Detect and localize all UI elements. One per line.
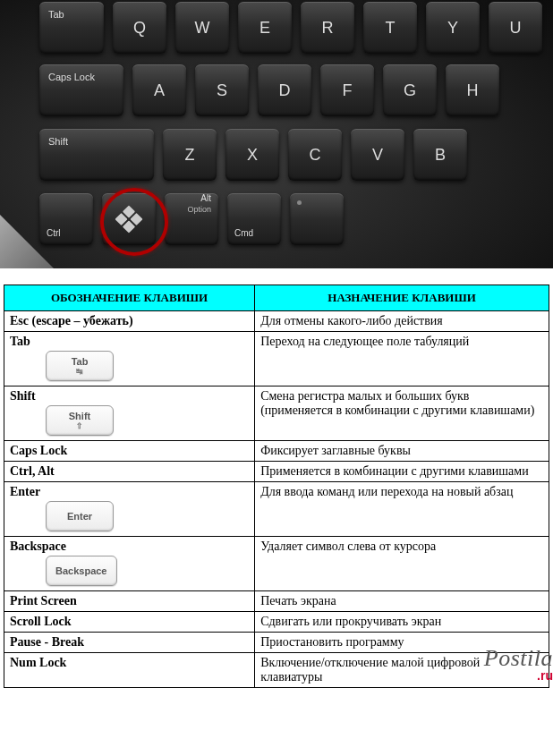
- key-name: Pause - Break: [10, 635, 249, 650]
- table-row: ShiftShift⇧Смена регистра малых и больши…: [4, 386, 549, 441]
- keycap-sublabel: ⇧: [76, 422, 83, 430]
- table-row: EnterEnterДля ввода команд или перехода …: [4, 482, 549, 537]
- bump-dot-icon: [297, 200, 302, 205]
- key-u: U: [489, 2, 542, 54]
- table-row: BackspaceBackspaceУдаляет символ слева о…: [4, 537, 549, 591]
- key-name: Print Screen: [10, 594, 249, 608]
- key-name: Backspace: [10, 539, 249, 554]
- table-row: Caps LockФиксирует заглавные буквы: [4, 441, 549, 462]
- keyboard-deck: Tab Q W E R T Y U Caps Lock A S D F G H …: [0, 0, 553, 268]
- keyboard-photo: Tab Q W E R T Y U Caps Lock A S D F G H …: [0, 0, 553, 268]
- key-t: T: [363, 2, 417, 54]
- keycap-illustration: Shift⇧: [46, 405, 114, 436]
- key-cell: Num Lock: [4, 653, 255, 688]
- key-f: F: [320, 64, 374, 116]
- key-cell: Scroll Lock: [4, 612, 255, 633]
- keycap-label: Backspace: [55, 565, 107, 576]
- header-desc-column: НАЗНАЧЕНИЕ КЛАВИШИ: [255, 285, 549, 311]
- key-cell: Print Screen: [4, 591, 255, 612]
- desc-cell: Печать экрана: [255, 591, 549, 612]
- table-row: Scroll LockСдвигать или прокручивать экр…: [4, 612, 549, 633]
- desc-cell: Переход на следующее поле табуляций: [255, 332, 549, 386]
- key-option-label: Option: [187, 205, 211, 214]
- key-r: R: [301, 2, 354, 54]
- key-tab: Tab: [39, 2, 104, 54]
- desc-cell: Удаляет символ слева от курсора: [255, 537, 549, 591]
- desc-cell: Смена регистра малых и больших букв (при…: [255, 386, 549, 441]
- keycap-illustration: Tab↹: [46, 351, 114, 381]
- key-v: V: [351, 129, 404, 181]
- key-name: Num Lock: [10, 656, 249, 670]
- key-ctrl: Ctrl: [39, 193, 93, 245]
- key-z: Z: [163, 129, 217, 181]
- key-d: D: [258, 64, 311, 116]
- keycap-illustration: Enter: [46, 501, 114, 531]
- desc-cell: Применяется в комбинации с другими клави…: [255, 462, 549, 482]
- key-reference-table-wrapper: ОБОЗНАЧЕНИЕ КЛАВИШИ НАЗНАЧЕНИЕ КЛАВИШИ E…: [0, 268, 553, 688]
- key-name: Shift: [10, 389, 249, 403]
- keycap-sublabel: ↹: [76, 368, 83, 376]
- key-name: Tab: [10, 335, 249, 349]
- key-cmd-label: Cmd: [234, 228, 253, 238]
- key-cell: Esc (escape – убежать): [4, 311, 255, 332]
- keycap-label: Enter: [67, 511, 92, 522]
- key-g: G: [383, 64, 437, 116]
- table-body: Esc (escape – убежать)Для отмены какого-…: [4, 311, 549, 688]
- key-a: A: [132, 64, 186, 116]
- keyboard-row-1: Caps Lock A S D F G H: [39, 64, 499, 116]
- key-name: Caps Lock: [10, 444, 249, 458]
- desc-cell: Фиксирует заглавные буквы: [255, 441, 549, 462]
- table-row: Num LockВключение/отключение малой цифро…: [4, 653, 549, 688]
- key-cmd: Cmd: [227, 193, 281, 245]
- desc-cell: Для отмены какого-либо действия: [255, 311, 549, 332]
- key-y: Y: [426, 2, 480, 54]
- keycap-label: Shift: [69, 411, 90, 421]
- key-reference-table: ОБОЗНАЧЕНИЕ КЛАВИШИ НАЗНАЧЕНИЕ КЛАВИШИ E…: [4, 285, 549, 688]
- keyboard-row-0: Tab Q W E R T Y U: [39, 2, 542, 54]
- key-b: B: [413, 129, 467, 181]
- key-shift: Shift: [39, 129, 154, 181]
- desc-cell: Приостановить программу: [255, 633, 549, 653]
- keycap-label: Tab: [72, 356, 89, 367]
- key-space-fragment: [290, 193, 344, 245]
- desc-cell: Включение/отключение малой цифровой клав…: [255, 653, 549, 688]
- key-cell: Pause - Break: [4, 633, 255, 653]
- key-cell: EnterEnter: [4, 482, 255, 537]
- key-s: S: [195, 64, 249, 116]
- key-w: W: [175, 2, 229, 54]
- table-row: Print ScreenПечать экрана: [4, 591, 549, 612]
- key-cell: Caps Lock: [4, 441, 255, 462]
- key-cell: TabTab↹: [4, 332, 255, 386]
- key-q: Q: [113, 2, 166, 54]
- key-cell: Ctrl, Alt: [4, 462, 255, 482]
- table-row: Pause - BreakПриостановить программу: [4, 633, 549, 653]
- key-alt-label: Alt: [200, 193, 211, 203]
- keycap-illustration: Backspace: [46, 556, 117, 586]
- table-row: TabTab↹Переход на следующее поле табуляц…: [4, 332, 549, 386]
- highlight-circle: [100, 188, 168, 256]
- key-name: Scroll Lock: [10, 615, 249, 629]
- desc-cell: Для ввода команд или перехода на новый а…: [255, 482, 549, 537]
- table-row: Ctrl, AltПрименяется в комбинации с друг…: [4, 462, 549, 482]
- key-cell: ShiftShift⇧: [4, 386, 255, 441]
- key-h: H: [446, 64, 499, 116]
- key-name: Esc (escape – убежать): [10, 314, 249, 328]
- key-cell: BackspaceBackspace: [4, 537, 255, 591]
- key-c: C: [288, 129, 342, 181]
- key-e: E: [238, 2, 292, 54]
- key-alt-option: Alt Option: [165, 193, 218, 245]
- table-row: Esc (escape – убежать)Для отмены какого-…: [4, 311, 549, 332]
- desc-cell: Сдвигать или прокручивать экран: [255, 612, 549, 633]
- keyboard-row-3: Ctrl Alt Option Cmd: [39, 193, 344, 245]
- key-name: Enter: [10, 485, 249, 499]
- header-key-column: ОБОЗНАЧЕНИЕ КЛАВИШИ: [4, 285, 255, 311]
- key-name: Ctrl, Alt: [10, 464, 249, 479]
- keyboard-row-2: Shift Z X C V B: [39, 129, 467, 181]
- key-x: X: [225, 129, 279, 181]
- key-capslock: Caps Lock: [39, 64, 123, 116]
